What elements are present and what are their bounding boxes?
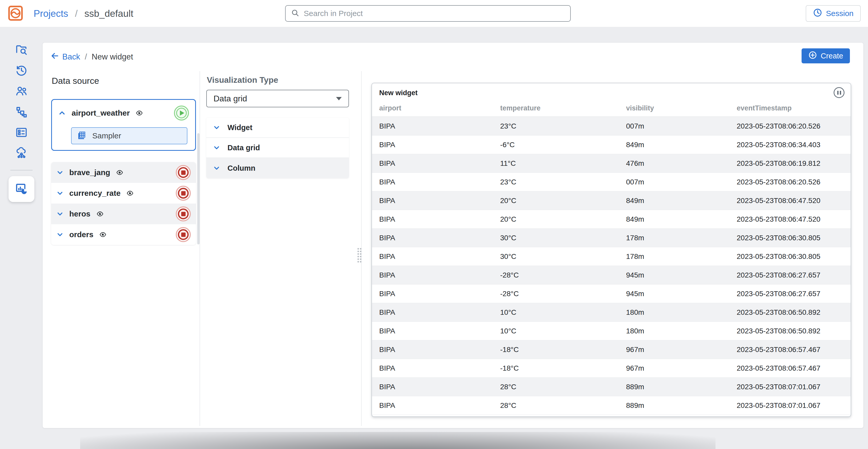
table-cell: 2023-05-23T08:06:20.526 — [737, 122, 843, 130]
table-row: BIPA28°C889m2023-05-23T08:07:01.067 — [372, 378, 851, 396]
source-header: airport_weather — [57, 104, 190, 121]
viz-section-label: Column — [227, 164, 255, 173]
sidebar-item-users[interactable] — [13, 83, 30, 99]
data-source-title: Data source — [52, 76, 99, 86]
session-button[interactable]: Session — [806, 5, 861, 22]
source-row[interactable]: orders — [51, 224, 196, 245]
table-cell: 23°C — [500, 178, 626, 186]
search-input[interactable] — [304, 9, 565, 18]
table-cell: 30°C — [500, 234, 626, 242]
source-card-airport-weather[interactable]: airport_weather Sampler — [51, 99, 196, 151]
sidebar-item-folder-search[interactable] — [13, 42, 30, 58]
source-row[interactable]: brave_jang — [51, 162, 196, 183]
create-button[interactable]: Create — [802, 48, 850, 63]
visualization-sections: WidgetData gridColumn — [206, 118, 349, 178]
column-header-airport: airport — [379, 104, 500, 112]
clock-icon — [813, 8, 822, 19]
table-row: BIPA20°C849m2023-05-23T08:06:47.520 — [372, 210, 851, 229]
table-cell: 2023-05-23T08:06:50.892 — [737, 327, 843, 335]
table-cell: 23°C — [500, 122, 626, 130]
sidebar-item-widgets-dashboard[interactable] — [8, 176, 34, 202]
table-cell: 2023-05-23T08:06:27.657 — [737, 271, 843, 279]
eye-icon[interactable] — [115, 169, 125, 176]
page-title: New widget — [92, 52, 133, 62]
table-cell: BIPA — [379, 215, 500, 223]
play-button[interactable] — [174, 106, 189, 121]
table-row: BIPA30°C178m2023-05-23T08:06:30.805 — [372, 247, 851, 266]
history-icon — [15, 64, 28, 78]
sidebar-item-table-list[interactable] — [13, 124, 30, 141]
breadcrumb: Projects / ssb_default — [34, 8, 133, 19]
visualization-type-select[interactable]: Data grid — [206, 90, 349, 107]
left-nav-rail — [0, 27, 43, 449]
nav-projects-link[interactable]: Projects — [34, 8, 68, 19]
stop-button[interactable] — [176, 186, 191, 201]
table-cell: -18°C — [500, 364, 626, 372]
stop-button[interactable] — [176, 227, 191, 242]
scrollbar-thumb[interactable] — [197, 133, 199, 244]
create-label: Create — [821, 52, 843, 60]
pause-button[interactable] — [834, 87, 844, 98]
widget-preview-card: New widget airporttemperaturevisibilitye… — [371, 83, 851, 417]
table-cell: 889m — [626, 401, 737, 410]
table-cell: 2023-05-23T08:06:30.805 — [737, 234, 843, 242]
chevron-down-icon[interactable] — [213, 164, 220, 172]
sidebar-item-history[interactable] — [13, 62, 30, 79]
eye-icon[interactable] — [134, 110, 144, 117]
eye-icon[interactable] — [98, 231, 108, 238]
chevron-down-icon[interactable] — [56, 189, 64, 197]
table-row: BIPA23°C007m2023-05-23T08:06:20.526 — [372, 173, 851, 191]
table-cell: -28°C — [500, 271, 626, 279]
stop-button[interactable] — [176, 165, 191, 180]
table-cell: 967m — [626, 346, 737, 354]
table-row: BIPA-6°C849m2023-05-23T08:06:34.403 — [372, 136, 851, 154]
table-row: BIPA23°C007m2023-05-23T08:06:20.526 — [372, 117, 851, 136]
stop-icon — [178, 208, 189, 219]
sampler-item[interactable]: Sampler — [71, 127, 187, 144]
table-cell: 2023-05-23T08:06:34.403 — [737, 141, 843, 149]
viz-section-widget[interactable]: Widget — [206, 118, 349, 138]
table-cell: 180m — [626, 308, 737, 317]
table-cell: 2023-05-23T08:07:01.067 — [737, 383, 843, 391]
eye-icon[interactable] — [125, 189, 135, 197]
chevron-down-icon[interactable] — [56, 231, 64, 238]
play-icon — [176, 108, 187, 118]
table-cell: BIPA — [379, 122, 500, 130]
table-row: BIPA30°C178m2023-05-23T08:06:30.805 — [372, 229, 851, 247]
table-cell: BIPA — [379, 346, 500, 354]
viz-section-column[interactable]: Column — [206, 158, 349, 178]
ssb-logo-icon — [7, 5, 24, 23]
grid-header-row: airporttemperaturevisibilityeventTimesta… — [372, 100, 851, 117]
source-name: orders — [69, 230, 93, 239]
table-cell: -6°C — [500, 141, 626, 149]
source-row[interactable]: currency_rate — [51, 183, 196, 204]
table-cell: 967m — [626, 364, 737, 372]
chevron-down-icon[interactable] — [56, 169, 64, 176]
main-panel: Back / New widget Create Data source — [43, 43, 863, 428]
column-header-temperature: temperature — [500, 104, 626, 112]
table-cell: BIPA — [379, 364, 500, 372]
resize-handle[interactable] — [357, 247, 362, 263]
source-row[interactable]: heros — [51, 204, 196, 224]
grid-body[interactable]: BIPA23°C007m2023-05-23T08:06:20.526BIPA-… — [372, 117, 851, 416]
plus-circle-icon — [808, 51, 817, 61]
back-link[interactable]: Back — [51, 52, 80, 62]
stop-button[interactable] — [176, 206, 191, 221]
eye-icon[interactable] — [95, 210, 105, 217]
table-cell: 889m — [626, 383, 737, 391]
viz-section-data-grid[interactable]: Data grid — [206, 138, 349, 158]
chevron-down-icon[interactable] — [213, 144, 220, 151]
table-cell: BIPA — [379, 178, 500, 186]
table-cell: 945m — [626, 271, 737, 279]
table-row: BIPA10°C180m2023-05-23T08:06:50.892 — [372, 322, 851, 340]
chevron-down-icon[interactable] — [213, 124, 220, 131]
sidebar-item-cloud-connections[interactable] — [13, 145, 30, 162]
table-cell: 180m — [626, 327, 737, 335]
chevron-up-icon[interactable] — [58, 109, 66, 117]
stop-icon — [178, 167, 189, 178]
sidebar-item-job-flow[interactable] — [13, 104, 30, 120]
column-header-eventTimestamp: eventTimestamp — [737, 104, 843, 112]
project-search[interactable] — [285, 5, 571, 22]
table-cell: 30°C — [500, 252, 626, 261]
chevron-down-icon[interactable] — [56, 210, 64, 217]
